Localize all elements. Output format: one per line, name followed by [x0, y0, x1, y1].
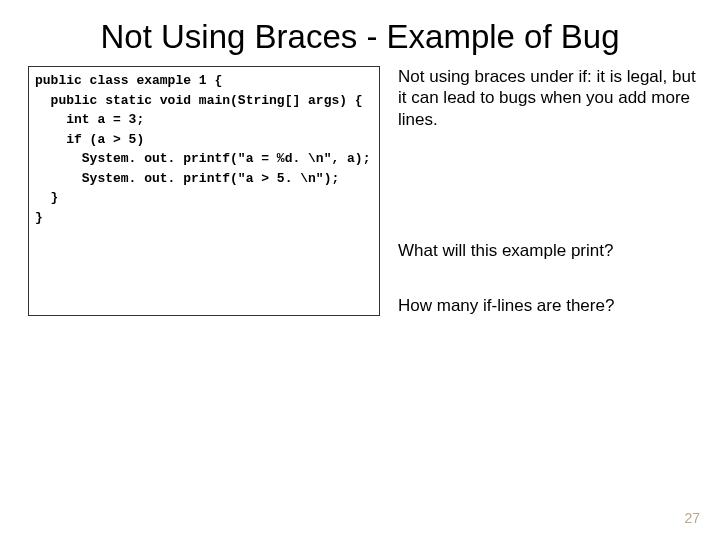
note-question-print: What will this example print?: [398, 240, 698, 261]
slide: Not Using Braces - Example of Bug public…: [0, 0, 720, 540]
code-example: public class example 1 { public static v…: [28, 66, 380, 316]
content-row: public class example 1 { public static v…: [0, 66, 720, 316]
slide-title: Not Using Braces - Example of Bug: [0, 0, 720, 66]
note-question-iflines: How many if-lines are there?: [398, 295, 698, 316]
note-braces-warning: Not using braces under if: it is legal, …: [398, 66, 698, 130]
page-number: 27: [684, 510, 700, 526]
notes-column: Not using braces under if: it is legal, …: [398, 66, 698, 316]
